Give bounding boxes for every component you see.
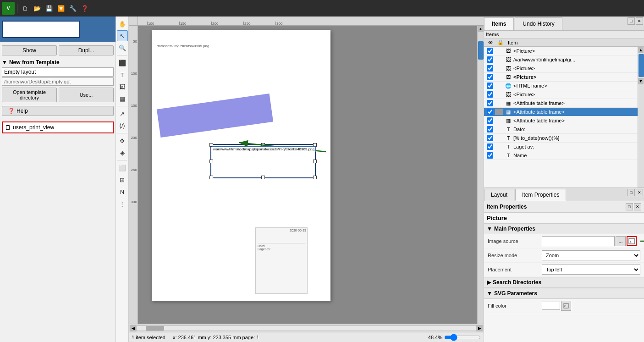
item-visible-5[interactable] xyxy=(486,91,494,98)
list-item[interactable]: T [% to_date(now())%] xyxy=(484,134,638,143)
list-item[interactable]: 🖼 <Picture> xyxy=(484,90,638,99)
zoom-tool[interactable]: 🔍 xyxy=(117,42,128,53)
item-visible-0[interactable] xyxy=(486,48,494,54)
save-button[interactable]: 💾 xyxy=(44,3,55,14)
section-svg-label: SVG Parameters xyxy=(494,290,537,297)
section-search-directories[interactable]: ▶ Search Directories xyxy=(484,277,644,288)
list-item[interactable]: T Name xyxy=(484,151,638,160)
handle-bl[interactable] xyxy=(209,176,213,179)
list-item-selected[interactable]: ▦ <Attribute table frame> xyxy=(484,108,638,116)
list-item[interactable]: 🖼 /var/www/html/rigelmap/gi... xyxy=(484,55,638,64)
move-content-tool[interactable]: ✥ xyxy=(117,135,128,146)
tab-layout[interactable]: Layout xyxy=(484,189,514,201)
list-item[interactable]: 🖼 <Picture> xyxy=(484,64,638,73)
help-button[interactable]: ❓ xyxy=(79,3,90,14)
list-item[interactable]: T Laget av: xyxy=(484,143,638,151)
handle-br[interactable] xyxy=(313,176,317,179)
section-svg-parameters[interactable]: ▼ SVG Parameters xyxy=(484,288,644,299)
canvas-area[interactable]: 100 150 200 250 300 50 100 150 200 250 3… xyxy=(129,17,484,342)
item-visible-9[interactable] xyxy=(486,126,494,132)
item-props-minimize-btn[interactable]: □ xyxy=(626,203,633,210)
add-image-tool[interactable]: 🖼 xyxy=(117,81,128,92)
show-button[interactable]: Show xyxy=(2,45,57,55)
item-visible-10[interactable] xyxy=(486,135,494,141)
canvas-content[interactable]: ...rta/assets/img/clients/40309.png xyxy=(147,26,477,324)
filter-button[interactable]: 🔽 xyxy=(55,3,66,14)
handle-mr[interactable] xyxy=(313,160,317,163)
bottom-panel-close-btn[interactable]: ✕ xyxy=(636,189,643,196)
item-visible-8[interactable] xyxy=(486,117,494,124)
item-name-3: <Picture> xyxy=(513,74,636,80)
image-source-browse-btn[interactable]: ... xyxy=(616,236,626,246)
handle-bm[interactable] xyxy=(261,176,265,179)
add-arrow-tool[interactable]: ↗ xyxy=(117,108,128,119)
item-visible-1[interactable] xyxy=(486,56,494,63)
scrollbar-left-btn[interactable]: ◀ xyxy=(130,325,136,331)
list-item[interactable]: 🌐 <HTML frame> xyxy=(484,82,638,90)
settings-button[interactable]: 🔧 xyxy=(67,3,78,14)
layout-name-input[interactable] xyxy=(2,67,114,77)
app-logo: V xyxy=(2,2,15,15)
items-panel-scrollbar[interactable]: ▲ ▼ xyxy=(638,47,644,188)
template-item[interactable]: 🗒 users_print_view xyxy=(2,121,114,133)
handle-ml[interactable] xyxy=(209,160,213,163)
image-source-icon-btn[interactable]: ε xyxy=(627,236,637,246)
fill-color-expr-btn[interactable]: ε xyxy=(561,301,571,311)
items-scroll-down[interactable]: ▼ xyxy=(638,78,644,84)
tab-items[interactable]: Items xyxy=(484,17,514,30)
edit-nodes-tool[interactable]: ◈ xyxy=(117,147,128,158)
add-html-tool[interactable]: ⟨/⟩ xyxy=(117,120,128,131)
ruler-tick-v-100: 100 xyxy=(131,72,137,76)
extra-tool-1[interactable]: ⬜ xyxy=(117,162,128,173)
h-scrollbar-thumb[interactable] xyxy=(146,326,164,331)
open-button[interactable]: 📂 xyxy=(32,3,43,14)
placement-select[interactable]: Top left Top center Top right Middle lef… xyxy=(542,265,640,275)
list-item[interactable]: ▦ <Attribute table frame> xyxy=(484,99,638,108)
open-template-dir-button[interactable]: Open template directory xyxy=(2,88,57,102)
item-visible-6[interactable] xyxy=(486,100,494,106)
pan-tool[interactable]: ✋ xyxy=(117,18,128,29)
new-button[interactable]: 🗋 xyxy=(20,3,31,14)
add-label-tool[interactable]: T xyxy=(117,69,128,80)
use-template-button[interactable]: Use... xyxy=(59,88,114,102)
resize-mode-select[interactable]: Zoom Stretch Clip Frame xyxy=(542,250,640,260)
tab-undo-history[interactable]: Undo History xyxy=(515,17,562,30)
items-scroll-up[interactable]: ▲ xyxy=(638,47,644,53)
list-item[interactable]: 🖼 <Picture> xyxy=(484,73,638,82)
items-scroll-thumb[interactable] xyxy=(638,54,644,77)
item-name-12: Name xyxy=(513,153,636,158)
extra-tool-3[interactable]: N xyxy=(117,186,128,197)
item-visible-3[interactable] xyxy=(486,74,494,80)
scrollbar-up-btn[interactable]: ▲ xyxy=(478,26,484,32)
panel-minimize-btn[interactable]: □ xyxy=(627,17,635,25)
list-item[interactable]: 🖼 <Picture> xyxy=(484,47,638,55)
extra-tool-4[interactable]: ⋮ xyxy=(117,198,128,209)
bottom-panel-min-btn[interactable]: □ xyxy=(627,189,635,196)
add-shape-tool[interactable]: ⬛ xyxy=(117,57,128,68)
help-button-left[interactable]: ❓ Help xyxy=(2,106,114,116)
layout-path-input[interactable] xyxy=(2,77,114,86)
fill-color-swatch[interactable] xyxy=(542,302,560,310)
section-main-properties[interactable]: ▼ Main Properties xyxy=(484,223,644,234)
scrollbar-thumb-v[interactable] xyxy=(478,41,484,60)
duplicate-button[interactable]: Dupl... xyxy=(59,45,114,55)
scrollbar-right-btn[interactable]: ▶ xyxy=(476,325,483,331)
zoom-slider[interactable] xyxy=(444,334,481,341)
image-source-input[interactable] xyxy=(542,236,615,246)
item-visible-11[interactable] xyxy=(486,143,494,150)
item-visible-2[interactable] xyxy=(486,65,494,72)
panel-close-btn[interactable]: ✕ xyxy=(636,17,643,25)
h-scrollbar[interactable] xyxy=(136,325,476,331)
item-visible-4[interactable] xyxy=(486,83,494,89)
item-visible-12[interactable] xyxy=(486,152,494,159)
add-table-tool[interactable]: ▦ xyxy=(117,93,128,104)
tab-item-properties[interactable]: Item Properties xyxy=(515,189,566,201)
canvas-scrollbar-h[interactable]: ◀ ▶ xyxy=(129,324,484,332)
list-item[interactable]: T Dato: xyxy=(484,125,638,134)
canvas-scrollbar-v[interactable]: ▲ xyxy=(477,26,484,324)
extra-tool-2[interactable]: ⊞ xyxy=(117,174,128,185)
list-item[interactable]: ▦ <Attribute table frame> xyxy=(484,116,638,125)
select-tool[interactable]: ↖ xyxy=(117,30,128,41)
item-visible-7[interactable] xyxy=(486,109,494,115)
item-props-close-btn[interactable]: ✕ xyxy=(634,203,641,210)
